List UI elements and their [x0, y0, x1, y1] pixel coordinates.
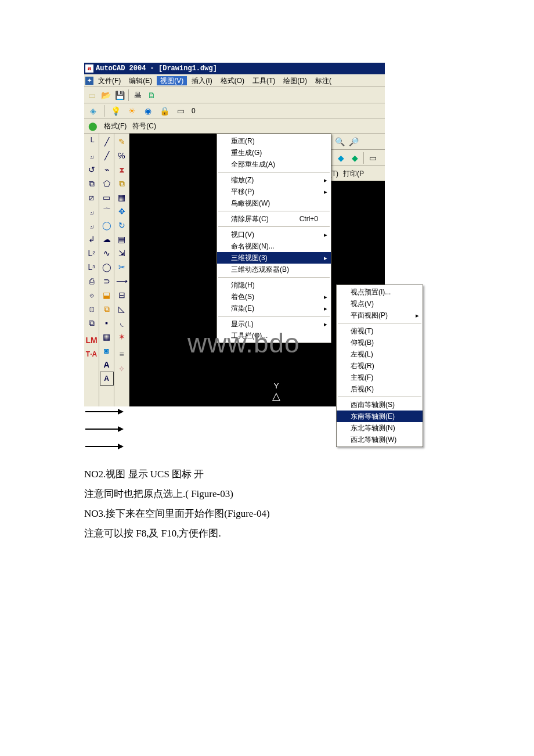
text-box-icon[interactable]: A — [100, 372, 114, 386]
erase-icon[interactable]: ✎ — [115, 135, 129, 149]
point-icon[interactable]: ▪ — [100, 316, 114, 330]
menu-render[interactable]: 渲染(E) — [217, 303, 331, 314]
layer-swatch-icon[interactable]: ◆ — [349, 153, 360, 163]
menu-redraw[interactable]: 重画(R) — [217, 135, 331, 147]
menu-regen[interactable]: 重生成(G) — [217, 147, 331, 159]
explode-icon[interactable]: ✶ — [115, 330, 129, 344]
menu-aerial[interactable]: 鸟瞰视图(W) — [217, 197, 331, 209]
move-icon[interactable]: ✥ — [115, 204, 129, 218]
menu-pan[interactable]: 平移(P) — [217, 186, 331, 197]
menu-front[interactable]: 主视(F) — [337, 372, 423, 383]
print-btn[interactable]: 打印(P — [343, 170, 364, 177]
offset-icon[interactable]: ⧉ — [115, 177, 129, 190]
menu-sw-iso[interactable]: 西南等轴测(S) — [337, 399, 423, 411]
break-icon[interactable]: ⊟ — [115, 288, 129, 302]
menu-nw-iso[interactable]: 西北等轴测(W) — [337, 434, 423, 445]
tool-icon[interactable]: ↲ — [85, 232, 99, 246]
tool-icon[interactable]: L2 — [85, 246, 99, 260]
lock-icon[interactable]: 🔒 — [159, 106, 169, 116]
lm-icon[interactable]: LM — [85, 333, 99, 347]
fillet-icon[interactable]: ◟ — [115, 316, 129, 330]
tool-icon[interactable]: ⧉ — [85, 177, 99, 190]
menu-right[interactable]: 右视(R) — [337, 360, 423, 372]
color-icon[interactable]: ◉ — [143, 106, 153, 116]
menu-top[interactable]: 俯视(T) — [337, 325, 423, 337]
menu-bottom[interactable]: 仰视(B) — [337, 337, 423, 348]
menu-3dviews[interactable]: 三维视图(3) — [217, 252, 331, 264]
menu-se-iso[interactable]: 东南等轴测(E) — [337, 411, 423, 422]
tool-icon[interactable]: ⟓ — [85, 218, 99, 232]
menu-zoom[interactable]: 缩放(Z) — [217, 174, 331, 186]
line-icon[interactable]: ╱ — [100, 135, 114, 149]
tool-icon[interactable]: ⎙ — [85, 274, 99, 288]
square-icon[interactable]: ▭ — [175, 106, 186, 116]
gray-icon[interactable]: ⟡ — [115, 361, 129, 375]
tool-icon[interactable]: ⎅ — [85, 302, 99, 316]
menu-hide[interactable]: 消隐(H) — [217, 279, 331, 291]
menu-toolbars[interactable]: 工具栏(O)... — [217, 330, 331, 341]
save-icon[interactable]: 💾 — [114, 90, 125, 100]
menu-view[interactable]: 视图(V) — [157, 76, 187, 85]
menu-dim[interactable]: 标注( — [312, 76, 335, 85]
insert-icon[interactable]: ⬓ — [100, 288, 114, 302]
zoom-realtime-icon[interactable]: 🔍 — [334, 136, 345, 147]
polygon-icon[interactable]: ⬠ — [100, 177, 114, 190]
menu-format[interactable]: 格式(O) — [217, 76, 248, 85]
ta-icon[interactable]: T·A — [85, 347, 99, 361]
circle-icon[interactable]: ◯ — [100, 218, 114, 232]
menu-tools[interactable]: 工具(T) — [249, 76, 279, 85]
open-icon[interactable]: 📂 — [100, 90, 111, 100]
menu-vp-preset[interactable]: 视点预置(I)... — [337, 286, 423, 298]
mdi-icon[interactable]: ✦ — [85, 77, 93, 85]
drawing-viewport[interactable]: ↶ ▾ ✋ 🔍 🔎 ▼ ◆ ◆ ◆ ▭ 图(L) — [129, 134, 385, 406]
preview-icon[interactable]: 🗎 — [146, 90, 157, 100]
menu-display[interactable]: 显示(L) — [217, 318, 331, 330]
layer-icon[interactable]: ◈ — [88, 106, 98, 116]
stretch-icon[interactable]: ⇲ — [115, 246, 129, 260]
scale-icon[interactable]: ▤ — [115, 232, 129, 246]
trim-icon[interactable]: ✂ — [115, 260, 129, 274]
tool-icon[interactable]: L3 — [85, 260, 99, 274]
print-icon[interactable]: 🖶 — [132, 90, 143, 100]
menu-clean-screen[interactable]: 清除屏幕(C) Ctrl+0 — [217, 213, 331, 225]
arc-icon[interactable]: ⌒ — [100, 204, 114, 218]
menu-plan-view[interactable]: 平面视图(P) — [337, 309, 423, 321]
menu-namedviews[interactable]: 命名视图(N)... — [217, 240, 331, 252]
spline-icon[interactable]: ∿ — [100, 246, 114, 260]
symbol-button[interactable]: 符号(C) — [132, 123, 156, 129]
ellarc-icon[interactable]: ⊃ — [100, 274, 114, 288]
menu-back[interactable]: 后视(K) — [337, 383, 423, 395]
layer-swatch-icon[interactable]: ◆ — [335, 153, 346, 163]
tool-icon[interactable]: └ — [85, 135, 99, 149]
menu-draw[interactable]: 绘图(D) — [280, 76, 311, 85]
extend-icon[interactable]: ⟶ — [115, 274, 129, 288]
menu-viewport[interactable]: 视口(V) — [217, 229, 331, 240]
array-icon[interactable]: ▦ — [115, 190, 129, 204]
square-icon[interactable]: ▭ — [367, 153, 378, 163]
menu-left[interactable]: 左视(L) — [337, 348, 423, 360]
xline-icon[interactable]: ╱ — [100, 149, 114, 163]
menu-ne-iso[interactable]: 东北等轴测(N) — [337, 422, 423, 434]
text-a-icon[interactable]: A — [100, 358, 114, 372]
chamfer-icon[interactable]: ◺ — [115, 302, 129, 316]
revcloud-icon[interactable]: ☁ — [100, 232, 114, 246]
block-icon[interactable]: ⧉ — [100, 302, 114, 316]
menu-edit[interactable]: 编辑(E) — [125, 76, 156, 85]
rotate-icon[interactable]: ↻ — [115, 218, 129, 232]
tool-icon[interactable]: ⟓ — [85, 149, 99, 163]
leaf-icon[interactable]: ⬤ — [88, 121, 98, 131]
tool-icon[interactable]: ⧄ — [85, 190, 99, 204]
menu-vp[interactable]: 视点(V) — [337, 298, 423, 309]
copy-icon[interactable]: ℅ — [115, 149, 129, 163]
tool-icon[interactable]: ⟓ — [85, 204, 99, 218]
tool-icon[interactable]: ⟐ — [85, 288, 99, 302]
bulb-icon[interactable]: 💡 — [110, 106, 121, 116]
region-icon[interactable]: ◙ — [100, 344, 114, 358]
ellipse-icon[interactable]: ◯ — [100, 260, 114, 274]
gray-icon[interactable]: ≡ — [115, 347, 129, 361]
new-icon[interactable]: ▭ — [86, 90, 97, 100]
hatch-icon[interactable]: ▦ — [100, 330, 114, 344]
menu-orbit[interactable]: 三维动态观察器(B) — [217, 264, 331, 275]
zoom-window-icon[interactable]: 🔎 — [348, 136, 359, 147]
menu-file[interactable]: 文件(F) — [95, 76, 124, 85]
